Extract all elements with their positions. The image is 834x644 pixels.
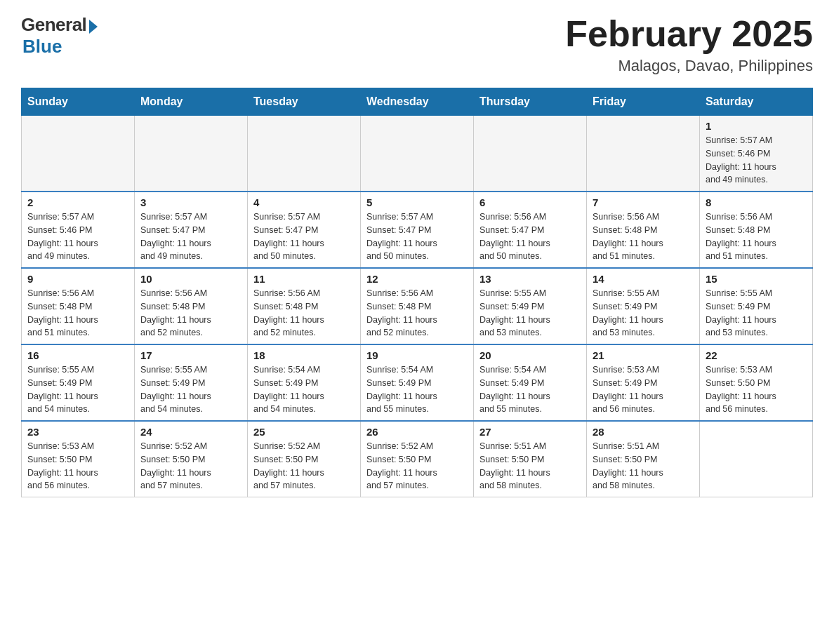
calendar-cell-w3d0: 16Sunrise: 5:55 AMSunset: 5:49 PMDayligh… [22, 344, 135, 421]
calendar-cell-w3d3: 19Sunrise: 5:54 AMSunset: 5:49 PMDayligh… [361, 344, 474, 421]
day-info: Sunrise: 5:51 AMSunset: 5:50 PMDaylight:… [479, 441, 550, 490]
header-friday: Friday [587, 88, 700, 116]
day-number: 19 [366, 349, 468, 361]
logo-blue-text: Blue [22, 36, 62, 58]
calendar-cell-w4d0: 23Sunrise: 5:53 AMSunset: 5:50 PMDayligh… [22, 421, 135, 497]
day-number: 10 [140, 273, 241, 285]
logo-arrow-icon [89, 20, 98, 34]
calendar-cell-w2d3: 12Sunrise: 5:56 AMSunset: 5:48 PMDayligh… [361, 268, 474, 344]
header-monday: Monday [135, 88, 248, 116]
calendar-cell-w2d4: 13Sunrise: 5:55 AMSunset: 5:49 PMDayligh… [474, 268, 587, 344]
day-number: 22 [706, 349, 807, 361]
calendar-cell-w0d5 [587, 116, 700, 192]
calendar-cell-w1d6: 8Sunrise: 5:56 AMSunset: 5:48 PMDaylight… [700, 192, 813, 268]
calendar-subtitle: Malagos, Davao, Philippines [565, 57, 813, 75]
day-info: Sunrise: 5:55 AMSunset: 5:49 PMDaylight:… [27, 365, 98, 414]
day-info: Sunrise: 5:55 AMSunset: 5:49 PMDaylight:… [593, 288, 663, 337]
calendar-cell-w0d0 [22, 116, 135, 192]
calendar-week-row-2: 9Sunrise: 5:56 AMSunset: 5:48 PMDaylight… [22, 268, 813, 344]
calendar-cell-w4d5: 28Sunrise: 5:51 AMSunset: 5:50 PMDayligh… [587, 421, 700, 497]
calendar-cell-w0d3 [361, 116, 474, 192]
header-tuesday: Tuesday [248, 88, 361, 116]
day-number: 28 [593, 426, 694, 438]
calendar-cell-w1d4: 6Sunrise: 5:56 AMSunset: 5:47 PMDaylight… [474, 192, 587, 268]
calendar-cell-w2d0: 9Sunrise: 5:56 AMSunset: 5:48 PMDaylight… [22, 268, 135, 344]
day-number: 2 [27, 196, 128, 208]
day-number: 27 [479, 426, 581, 438]
calendar-cell-w4d3: 26Sunrise: 5:52 AMSunset: 5:50 PMDayligh… [361, 421, 474, 497]
day-number: 13 [479, 273, 581, 285]
day-number: 17 [140, 349, 241, 361]
calendar-cell-w3d5: 21Sunrise: 5:53 AMSunset: 5:49 PMDayligh… [587, 344, 700, 421]
header-sunday: Sunday [22, 88, 135, 116]
day-number: 14 [593, 273, 694, 285]
logo: General Blue [21, 14, 98, 58]
calendar-week-row-3: 16Sunrise: 5:55 AMSunset: 5:49 PMDayligh… [22, 344, 813, 421]
day-info: Sunrise: 5:53 AMSunset: 5:50 PMDaylight:… [27, 441, 98, 490]
calendar-table: Sunday Monday Tuesday Wednesday Thursday… [21, 88, 813, 497]
day-info: Sunrise: 5:54 AMSunset: 5:49 PMDaylight:… [253, 365, 324, 414]
calendar-cell-w1d2: 4Sunrise: 5:57 AMSunset: 5:47 PMDaylight… [248, 192, 361, 268]
calendar-cell-w0d2 [248, 116, 361, 192]
day-number: 26 [366, 426, 468, 438]
calendar-cell-w3d4: 20Sunrise: 5:54 AMSunset: 5:49 PMDayligh… [474, 344, 587, 421]
day-info: Sunrise: 5:53 AMSunset: 5:50 PMDaylight:… [706, 365, 776, 414]
calendar-cell-w2d5: 14Sunrise: 5:55 AMSunset: 5:49 PMDayligh… [587, 268, 700, 344]
day-number: 16 [27, 349, 128, 361]
calendar-cell-w2d6: 15Sunrise: 5:55 AMSunset: 5:49 PMDayligh… [700, 268, 813, 344]
day-info: Sunrise: 5:56 AMSunset: 5:47 PMDaylight:… [479, 212, 550, 261]
calendar-header-row: Sunday Monday Tuesday Wednesday Thursday… [22, 88, 813, 116]
title-block: February 2025 Malagos, Davao, Philippine… [565, 14, 813, 75]
day-number: 20 [479, 349, 581, 361]
day-info: Sunrise: 5:56 AMSunset: 5:48 PMDaylight:… [253, 288, 324, 337]
day-info: Sunrise: 5:57 AMSunset: 5:46 PMDaylight:… [706, 135, 776, 185]
header-saturday: Saturday [700, 88, 813, 116]
calendar-cell-w4d1: 24Sunrise: 5:52 AMSunset: 5:50 PMDayligh… [135, 421, 248, 497]
day-info: Sunrise: 5:53 AMSunset: 5:49 PMDaylight:… [593, 365, 663, 414]
day-number: 15 [706, 273, 807, 285]
day-number: 1 [706, 120, 807, 132]
day-number: 3 [140, 196, 241, 208]
calendar-week-row-4: 23Sunrise: 5:53 AMSunset: 5:50 PMDayligh… [22, 421, 813, 497]
calendar-cell-w0d1 [135, 116, 248, 192]
calendar-cell-w3d1: 17Sunrise: 5:55 AMSunset: 5:49 PMDayligh… [135, 344, 248, 421]
calendar-cell-w4d2: 25Sunrise: 5:52 AMSunset: 5:50 PMDayligh… [248, 421, 361, 497]
day-info: Sunrise: 5:55 AMSunset: 5:49 PMDaylight:… [140, 365, 211, 414]
page-header: General Blue February 2025 Malagos, Dava… [21, 14, 813, 75]
day-info: Sunrise: 5:55 AMSunset: 5:49 PMDaylight:… [479, 288, 550, 337]
day-number: 12 [366, 273, 468, 285]
header-wednesday: Wednesday [361, 88, 474, 116]
calendar-cell-w2d2: 11Sunrise: 5:56 AMSunset: 5:48 PMDayligh… [248, 268, 361, 344]
calendar-cell-w1d3: 5Sunrise: 5:57 AMSunset: 5:47 PMDaylight… [361, 192, 474, 268]
day-info: Sunrise: 5:57 AMSunset: 5:46 PMDaylight:… [27, 212, 98, 261]
day-info: Sunrise: 5:52 AMSunset: 5:50 PMDaylight:… [253, 441, 324, 490]
day-info: Sunrise: 5:54 AMSunset: 5:49 PMDaylight:… [479, 365, 550, 414]
day-info: Sunrise: 5:57 AMSunset: 5:47 PMDaylight:… [366, 212, 437, 261]
day-info: Sunrise: 5:55 AMSunset: 5:49 PMDaylight:… [706, 288, 776, 337]
day-number: 7 [593, 196, 694, 208]
day-number: 5 [366, 196, 468, 208]
day-info: Sunrise: 5:57 AMSunset: 5:47 PMDaylight:… [253, 212, 324, 261]
day-number: 9 [27, 273, 128, 285]
day-info: Sunrise: 5:52 AMSunset: 5:50 PMDaylight:… [140, 441, 211, 490]
calendar-week-row-1: 2Sunrise: 5:57 AMSunset: 5:46 PMDaylight… [22, 192, 813, 268]
calendar-cell-w0d6: 1Sunrise: 5:57 AMSunset: 5:46 PMDaylight… [700, 116, 813, 192]
calendar-cell-w3d2: 18Sunrise: 5:54 AMSunset: 5:49 PMDayligh… [248, 344, 361, 421]
day-info: Sunrise: 5:57 AMSunset: 5:47 PMDaylight:… [140, 212, 211, 261]
day-number: 11 [253, 273, 355, 285]
day-number: 8 [706, 196, 807, 208]
calendar-cell-w1d0: 2Sunrise: 5:57 AMSunset: 5:46 PMDaylight… [22, 192, 135, 268]
day-number: 18 [253, 349, 355, 361]
day-number: 4 [253, 196, 355, 208]
day-info: Sunrise: 5:56 AMSunset: 5:48 PMDaylight:… [27, 288, 98, 337]
day-info: Sunrise: 5:51 AMSunset: 5:50 PMDaylight:… [593, 441, 663, 490]
calendar-cell-w1d5: 7Sunrise: 5:56 AMSunset: 5:48 PMDaylight… [587, 192, 700, 268]
day-number: 6 [479, 196, 581, 208]
day-info: Sunrise: 5:52 AMSunset: 5:50 PMDaylight:… [366, 441, 437, 490]
header-thursday: Thursday [474, 88, 587, 116]
calendar-cell-w4d6 [700, 421, 813, 497]
day-number: 25 [253, 426, 355, 438]
calendar-cell-w0d4 [474, 116, 587, 192]
day-info: Sunrise: 5:56 AMSunset: 5:48 PMDaylight:… [366, 288, 437, 337]
calendar-title: February 2025 [565, 14, 813, 54]
